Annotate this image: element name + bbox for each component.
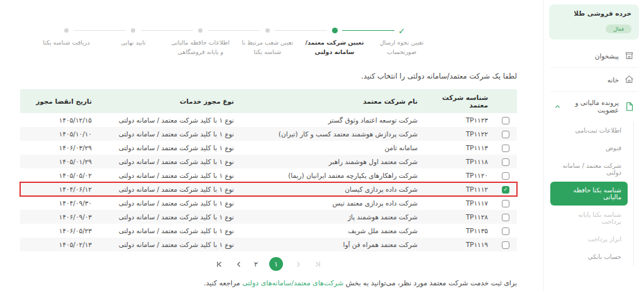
sidebar-subitem-label: اطلاعات ثبت‌نامی <box>575 127 621 134</box>
previous-page-icon[interactable] <box>235 260 243 268</box>
license-expiry-date: ۱۴۰۵/۰۵/۰۲ <box>20 168 98 182</box>
sidebar-subitem[interactable]: شرکت معتمد / سامانه دولتی <box>550 157 628 181</box>
checkbox-column-header <box>494 89 517 113</box>
step-dot-icon <box>64 28 69 33</box>
company-id: TP۱۱۲۰ <box>424 168 494 182</box>
sidebar-item-label: پیشخوان <box>595 52 619 60</box>
sidebar-subitem[interactable]: شناسه یکتا پایانه پرداخت <box>550 206 628 230</box>
column-header-company-id: شناسه شرکت معتمد <box>424 89 494 113</box>
company-name: شرکت داده پردازی معتمد تیس <box>240 196 424 210</box>
step-label: تعیین شعب مرتبط با شناسه یکتا <box>234 38 301 57</box>
sidebar-subitem[interactable]: حساب بانکی <box>550 248 628 265</box>
instruction-text: لطفا یک شرکت معتمد/سامانه دولتی را انتخا… <box>20 72 517 80</box>
last-page-icon[interactable] <box>314 260 322 268</box>
row-checkbox[interactable] <box>502 200 509 207</box>
company-name: شرکت توسعه اعتماد وثوق گستر <box>240 113 424 127</box>
sidebar-subitem-label: شرکت معتمد / سامانه دولتی <box>562 162 621 176</box>
stepper-step: تعیین نحوه ارسال صورتحساب <box>368 25 435 57</box>
company-name: شرکت راهکارهای یکپارچه معتمد ایرانیان (ر… <box>240 168 424 182</box>
table-row[interactable]: TP۱۱۲۲ شرکت پردازش هوشمند معتمد کسب و کا… <box>20 127 517 141</box>
sidebar-item-label: خانه <box>608 76 619 84</box>
status-badge: فعال <box>606 25 631 33</box>
business-name: خرده فروشی طلا <box>557 9 631 17</box>
step-dot-icon <box>398 25 405 36</box>
page-button-2[interactable]: ۲ <box>254 260 258 268</box>
footer-note: برای ثبت خدمت شرکت معتمد مورد نظر، می‌تو… <box>20 279 517 287</box>
license-expiry-date: ۱۴۰۵/۰۲/۱۳ <box>20 238 98 251</box>
checkbox-cell <box>494 196 517 210</box>
table-row[interactable]: TP۱۱۲۸ شرکت معتمد هوشمند پاژ نوع ۱ با کل… <box>20 210 517 224</box>
company-name: شرکت معتمد اول هوشمند راهبر <box>240 155 424 168</box>
license-expiry-date: ۱۴۰۵/۱۰/۱۰ <box>20 127 98 141</box>
sidebar-subitem[interactable]: شناسه یکتا حافظه مالیاتی <box>550 182 628 206</box>
sidebar-subitem-label: شناسه یکتا حافظه مالیاتی <box>574 187 621 200</box>
license-expiry-date: ۱۴۰۵/۱۲/۱۵ <box>20 113 98 127</box>
sidebar-subitem-label: شناسه یکتا پایانه پرداخت <box>578 211 621 225</box>
step-indicator <box>131 25 135 35</box>
company-id: TP۱۱۱۷ <box>424 196 494 210</box>
sidebar-item-dashboard[interactable]: پیشخوان <box>544 44 644 67</box>
sidebar-subitem[interactable]: قبوض <box>550 140 628 156</box>
company-name: شرکت معتمد همراه فن آوا <box>240 238 424 251</box>
business-card: خرده فروشی طلا فعال <box>549 4 639 40</box>
pagination: ۲ ۱ <box>20 257 517 271</box>
step-dot-icon <box>332 28 338 33</box>
table-row[interactable]: TP۱۱۳۵ شرکت معتمد ملل شریف نوع ۱ با کلید… <box>20 224 517 238</box>
stepper-step: تعیین شعب مرتبط با شناسه یکتا <box>234 25 301 57</box>
license-type: نوع ۱ با کلید شرکت معتمد / سامانه دولتی <box>98 182 240 196</box>
table-row[interactable]: TP۱۱۱۳ سامانه ثامن نوع ۱ با کلید شرکت مع… <box>20 141 517 155</box>
row-checkbox[interactable] <box>502 145 509 152</box>
sidebar: خرده فروشی طلا فعال پیشخوان خانه پرونده … <box>543 0 644 291</box>
company-name: شرکت پردازش هوشمند معتمد کسب و کار (تیرا… <box>240 127 424 141</box>
checkbox-cell <box>494 238 517 251</box>
sidebar-item-home[interactable]: خانه <box>544 68 644 91</box>
license-type: نوع ۱ با کلید شرکت معتمد / سامانه دولتی <box>98 141 240 155</box>
table-row[interactable]: TP۱۱۱۹ شرکت معتمد همراه فن آوا نوع ۱ با … <box>20 238 517 251</box>
table-row[interactable]: TP۱۱۲۰ شرکت راهکارهای یکپارچه معتمد ایرا… <box>20 168 517 182</box>
step-label: تعیین شرکت معتمد/سامانه دولتی <box>301 38 369 57</box>
checkbox-cell <box>494 141 517 155</box>
row-checkbox[interactable] <box>502 214 509 221</box>
checkbox-cell <box>494 210 517 224</box>
column-header-license-type: نوع مجوز خدمات <box>98 89 240 113</box>
license-expiry-date: ۱۴۰۵/۰۱/۲۹ <box>20 155 98 168</box>
company-id: TP۱۱۱۲ <box>424 182 494 196</box>
sidebar-subitem-label: ابزار پرداخت <box>588 236 621 243</box>
row-checkbox[interactable] <box>502 158 509 166</box>
row-checkbox[interactable] <box>502 117 509 124</box>
step-indicator <box>64 25 69 35</box>
company-name: سامانه ثامن <box>240 141 424 155</box>
company-id: TP۱۱۲۸ <box>424 210 494 224</box>
row-checkbox[interactable] <box>502 241 509 249</box>
license-type: نوع ۱ با کلید شرکت معتمد / سامانه دولتی <box>98 210 240 224</box>
row-checkbox[interactable] <box>502 186 509 194</box>
first-page-icon[interactable] <box>215 260 223 268</box>
license-expiry-date: ۱۴۰۶/۰۵/۲۳ <box>20 224 98 238</box>
sidebar-item-tax-file-membership[interactable]: پرونده مالیاتی و عضویت <box>544 92 644 121</box>
row-checkbox[interactable] <box>502 228 509 235</box>
step-dot-icon <box>198 28 203 33</box>
table-row[interactable]: TP۱۱۱۸ شرکت معتمد اول هوشمند راهبر نوع ۱… <box>20 155 517 168</box>
footer-text-after: مراجعه کنید. <box>204 279 242 287</box>
main-content: تعیین نحوه ارسال صورتحساب تعیین شرکت معت… <box>0 0 543 291</box>
row-checkbox[interactable] <box>502 172 509 180</box>
trusted-companies-link[interactable]: شرکت‌های معتمد/سامانه‌های دولتی <box>242 279 343 287</box>
sidebar-subitem[interactable]: ابزار پرداخت <box>550 231 628 248</box>
sidebar-subitem-label: قبوض <box>606 145 621 151</box>
license-type: نوع ۱ با کلید شرکت معتمد / سامانه دولتی <box>98 127 240 141</box>
table-header-row: شناسه شرکت معتمد نام شرکت معتمد نوع مجوز… <box>20 89 517 113</box>
storefront-icon <box>625 51 634 60</box>
step-indicator <box>198 25 203 35</box>
sidebar-subitem[interactable]: اطلاعات ثبت‌نامی <box>550 122 628 139</box>
next-page-icon[interactable] <box>294 260 303 268</box>
page-button-1-active[interactable]: ۱ <box>269 257 283 271</box>
table-row[interactable]: TP۱۱۱۷ شرکت داده پردازی معتمد تیس نوع ۱ … <box>20 196 517 210</box>
stepper-step: اطلاعات حافظه مالیاتی و پایانه فروشگاهی <box>167 25 234 57</box>
table-row[interactable]: TP۱۱۲۳ شرکت توسعه اعتماد وثوق گستر نوع ۱… <box>20 113 517 127</box>
license-expiry-date: ۱۴۰۴/۰۶/۱۲ <box>20 182 98 196</box>
row-checkbox[interactable] <box>502 131 509 138</box>
license-expiry-date: ۱۴۰۶/۰۳/۲۹ <box>20 141 98 155</box>
column-header-company-name: نام شرکت معتمد <box>240 89 424 113</box>
step-indicator <box>265 25 270 35</box>
table-row[interactable]: TP۱۱۱۲ شرکت داده پردازی کیسان نوع ۱ با ک… <box>20 182 517 196</box>
